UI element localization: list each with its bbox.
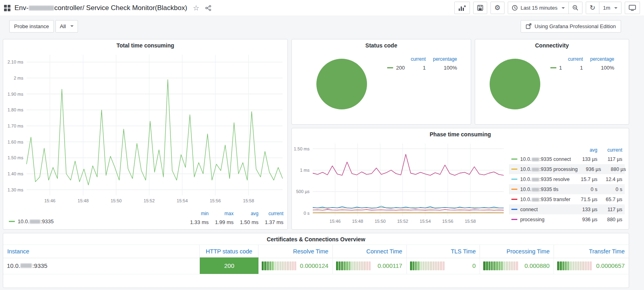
external-link-icon <box>526 23 531 29</box>
svg-text:15:50: 15:50 <box>111 198 122 203</box>
time-range-picker[interactable]: Last 15 minutes <box>508 2 568 14</box>
tls-time-gauge <box>410 261 445 270</box>
probe-instance-dropdown[interactable]: All <box>55 20 78 33</box>
resolve-time-value: 0.0000124 <box>300 262 328 269</box>
chevron-down-icon <box>70 25 74 27</box>
series-color-dash <box>511 189 517 190</box>
panel-cert-connections: Certificates & Connections Overview Inst… <box>3 233 629 288</box>
processing-time-value: 0.000880 <box>525 262 550 269</box>
add-panel-button[interactable] <box>454 2 470 14</box>
tv-mode-button[interactable] <box>625 2 640 14</box>
template-variable-picker: Probe instance All <box>9 20 78 33</box>
column-header-tls-time[interactable]: TLS Time <box>407 245 480 258</box>
legend-current-header[interactable]: current <box>258 211 283 216</box>
panel-status-code: Status code current percentage 200 1 100… <box>291 39 471 125</box>
series-color-dash <box>511 179 517 180</box>
variable-label: Probe instance <box>9 20 54 33</box>
refresh-icon: ↻ <box>590 4 595 11</box>
legend-row[interactable]: 10.0.:9335 resolve 15.7 µs 12.4 µs <box>509 174 625 184</box>
chevron-down-icon <box>614 7 617 9</box>
status-code-pie[interactable] <box>316 59 367 109</box>
refresh-controls: ↻ 1m <box>586 2 621 14</box>
svg-text:2 ms: 2 ms <box>14 76 23 80</box>
svg-text:1.70 ms: 1.70 ms <box>8 123 24 128</box>
legend-row[interactable]: 10.0.:9335 transfer 71.5 µs 65.7 µs <box>509 194 625 204</box>
legend-avg-header[interactable]: avg <box>574 147 597 153</box>
phase-time-chart[interactable]: 1.50 ms1 ms500 µs0 s15:4615:4815:5015:52… <box>292 139 507 234</box>
refresh-button[interactable]: ↻ <box>586 2 599 14</box>
series-color-dash <box>511 209 517 210</box>
panel-title[interactable]: Connectivity <box>475 39 629 49</box>
title-mid: controller <box>54 4 82 12</box>
legend-series[interactable]: 200 <box>387 65 405 71</box>
column-header-resolve-time[interactable]: Resolve Time <box>258 245 333 258</box>
redacted-text <box>532 198 539 202</box>
refresh-interval-label: 1m <box>603 5 610 11</box>
cell-instance: 10.0.:9335 <box>3 257 200 274</box>
panel-phase-time: Phase time consuming 1.50 ms1 ms500 µs0 … <box>291 128 629 230</box>
refresh-interval-dropdown[interactable]: 1m <box>599 2 621 14</box>
legend-row[interactable]: 10.0.:9335 processing 936 µs 880 µs <box>509 164 625 174</box>
connectivity-pie[interactable] <box>490 59 540 109</box>
legend-current-value: 1 <box>562 65 583 71</box>
column-header-instance[interactable]: Instance <box>3 245 200 258</box>
chevron-down-icon <box>562 7 565 9</box>
column-header-connect-time[interactable]: Connect Time <box>333 245 407 258</box>
panel-title[interactable]: Total time consuming <box>3 39 287 49</box>
column-header-processing-time[interactable]: Processing Time <box>480 245 554 258</box>
legend-current-header[interactable]: current <box>405 56 426 62</box>
cell-resolve-time: 0.0000124 <box>258 257 333 274</box>
legend-percentage-value: 100% <box>426 65 457 71</box>
dashboard-settings-button[interactable]: ⚙ <box>490 2 505 14</box>
svg-text:15:54: 15:54 <box>177 198 188 203</box>
apps-grid-icon[interactable] <box>4 5 10 11</box>
legend-avg-header[interactable]: avg <box>234 211 258 216</box>
share-icon[interactable] <box>205 5 211 11</box>
panel-title[interactable]: Phase time consuming <box>292 128 629 138</box>
panel-title[interactable]: Certificates & Connections Overview <box>3 233 629 243</box>
table-header: Instance HTTP status code Resolve Time C… <box>3 245 629 258</box>
magnifier-minus-icon <box>572 5 578 11</box>
legend-max-header[interactable]: max <box>209 211 234 216</box>
panel-title[interactable]: Status code <box>292 39 471 49</box>
connect-time-gauge <box>336 261 371 270</box>
dashboard-title[interactable]: Env-controller / Service Check Monitor(B… <box>14 4 187 12</box>
legend-percentage-header[interactable]: percentage <box>426 56 457 62</box>
table-row[interactable]: 10.0.:9335 200 0.0000124 0.000117 0 0.00… <box>3 257 629 274</box>
save-dashboard-button[interactable] <box>473 2 487 14</box>
legend-row[interactable]: processing 936 µs 880 µs <box>509 214 625 224</box>
cell-connect-time: 0.000117 <box>333 257 407 274</box>
legend-series[interactable]: 1 <box>550 65 562 71</box>
column-header-http-status[interactable]: HTTP status code <box>200 245 258 258</box>
legend-current-value: 880 µs <box>601 167 626 172</box>
column-header-transfer-time[interactable]: Transfer Time <box>554 245 629 258</box>
legend-min-value: 1.33 ms <box>184 219 209 225</box>
redacted-text <box>21 263 32 268</box>
svg-text:15:50: 15:50 <box>375 219 386 224</box>
svg-text:1.90 ms: 1.90 ms <box>8 92 24 97</box>
legend-current-header[interactable]: current <box>562 56 583 62</box>
svg-text:15:54: 15:54 <box>420 219 431 224</box>
legend-percentage-header[interactable]: percentage <box>583 56 614 62</box>
variable-value: All <box>60 23 66 29</box>
zoom-out-time-button[interactable] <box>568 2 582 14</box>
legend-row[interactable]: 10.0.:9335 tls 0 s 0 s <box>509 184 625 194</box>
transfer-time-gauge <box>557 261 592 270</box>
svg-text:2.10 ms: 2.10 ms <box>8 60 24 64</box>
total-time-chart[interactable]: 2.10 ms2 ms1.90 ms1.80 ms1.70 ms1.60 ms1… <box>3 50 287 208</box>
series-color-dash <box>511 158 517 160</box>
svg-text:15:46: 15:46 <box>44 198 55 203</box>
svg-text:1.80 ms: 1.80 ms <box>8 107 24 112</box>
legend-row[interactable]: 10.0.:9335 connect 133 µs 117 µs <box>509 154 625 164</box>
legend-current-value: 0 s <box>597 187 622 192</box>
svg-text:500 µs: 500 µs <box>296 189 310 194</box>
star-icon[interactable]: ☆ <box>193 4 199 12</box>
legend-current-header[interactable]: current <box>597 147 622 153</box>
series-color-dash <box>511 169 517 170</box>
legend-min-header[interactable]: min <box>184 211 209 216</box>
legend-row[interactable]: connect 133 µs 117 µs <box>509 204 625 214</box>
legend-current-value: 1 <box>405 65 426 71</box>
legend-avg-value: 15.7 µs <box>574 177 597 182</box>
grafana-edition-button[interactable]: Using Grafana Professional Edition <box>521 20 621 33</box>
legend-series[interactable]: 10.0.:9335 <box>9 218 53 224</box>
